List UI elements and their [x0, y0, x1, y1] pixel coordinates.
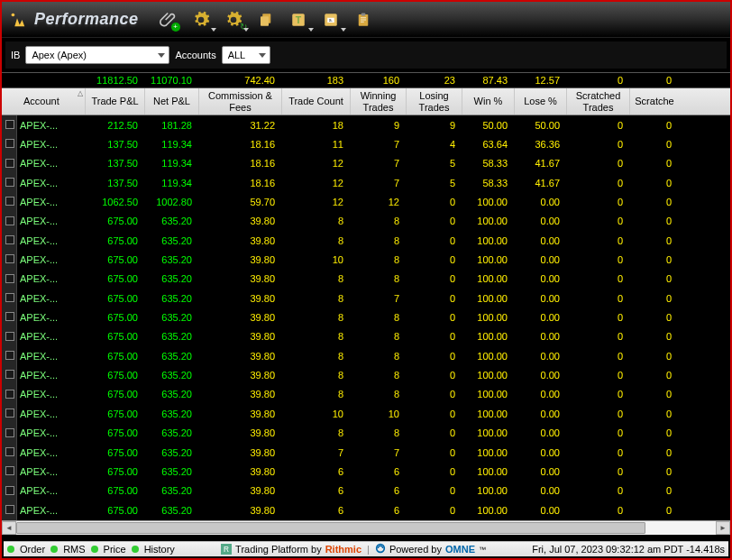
table-row[interactable]: APEX-...675.00635.2039.801080100.000.000…	[2, 250, 730, 269]
scroll-thumb[interactable]	[16, 522, 645, 534]
cell-account: APEX-...	[18, 178, 86, 188]
col-winp[interactable]: Win %	[462, 88, 515, 115]
text-icon[interactable]: T	[288, 10, 308, 30]
table-row[interactable]: APEX-...137.50119.3418.16127558.3341.670…	[2, 154, 730, 173]
row-checkbox[interactable]	[5, 332, 14, 341]
table-row[interactable]: APEX-...675.00635.2039.80660100.000.0000	[2, 500, 730, 519]
row-checkbox[interactable]	[5, 390, 14, 399]
ib-select[interactable]: Apex (Apex)	[25, 46, 169, 64]
rms-status-dot	[50, 546, 58, 553]
table-row[interactable]: APEX-...675.00635.2039.80880100.000.0000	[2, 270, 730, 289]
table-row[interactable]: APEX-...675.00635.2039.8010100100.000.00…	[2, 404, 730, 423]
col-net-pnl[interactable]: Net P&L	[145, 88, 199, 115]
cell-losep: 0.00	[515, 351, 567, 362]
col-win[interactable]: Winning Trades	[351, 88, 407, 115]
row-checkbox[interactable]	[5, 235, 14, 244]
cell-tcount: 8	[282, 331, 351, 342]
row-checkbox[interactable]	[5, 505, 14, 514]
table-row[interactable]: APEX-...675.00635.2039.80660100.000.0000	[2, 462, 730, 481]
cell-lose: 4	[407, 139, 462, 150]
clipboard-icon[interactable]	[353, 10, 373, 30]
table-row[interactable]: APEX-...675.00635.2039.80880100.000.0000	[2, 212, 730, 231]
col-lose[interactable]: Losing Trades	[407, 88, 462, 115]
cell-net-pnl: 635.20	[145, 273, 199, 284]
cell-comm: 39.80	[199, 409, 282, 419]
scroll-left-button[interactable]: ◄	[2, 521, 16, 535]
table-row[interactable]: APEX-...675.00635.2039.80770100.000.0000	[2, 443, 730, 462]
table-row[interactable]: APEX-...675.00635.2039.80880100.000.0000	[2, 231, 730, 250]
col-account[interactable]: Account△	[18, 88, 86, 115]
col-scratched[interactable]: Scratched Trades	[567, 88, 630, 115]
row-checkbox[interactable]	[5, 120, 14, 129]
cell-trade-pnl: 1062.50	[86, 197, 145, 207]
col-comm[interactable]: Commission & Fees	[199, 88, 282, 115]
row-checkbox[interactable]	[5, 139, 14, 148]
summary-row: 11812.50 11070.10 742.40 183 160 23 87.4…	[2, 72, 730, 88]
cell-win: 8	[351, 254, 407, 265]
cell-tcount: 8	[282, 389, 351, 399]
scroll-right-button[interactable]: ►	[716, 521, 730, 535]
accounts-select[interactable]: ALL	[222, 46, 270, 64]
row-checkbox[interactable]	[5, 274, 14, 283]
cell-losep: 50.00	[515, 120, 567, 131]
row-checkbox[interactable]	[5, 370, 14, 379]
scroll-track[interactable]	[16, 521, 716, 535]
row-checkbox[interactable]	[5, 159, 14, 168]
row-checkbox[interactable]	[5, 351, 14, 360]
table-row[interactable]: APEX-...675.00635.2039.80880100.000.0000	[2, 424, 730, 443]
cell-account: APEX-...	[18, 120, 86, 131]
cell-scratchp: 0	[630, 158, 679, 169]
cell-lose: 0	[407, 312, 462, 323]
table-row[interactable]: APEX-...212.50181.2831.22189950.0050.000…	[2, 115, 730, 134]
row-checkbox[interactable]	[5, 254, 14, 263]
horizontal-scrollbar[interactable]: ◄ ►	[2, 520, 730, 535]
table-row[interactable]: APEX-...675.00635.2039.80880100.000.0000	[2, 327, 730, 346]
accounts-select-value: ALL	[228, 50, 246, 60]
label-icon[interactable]: a.	[321, 10, 341, 30]
col-trade-pnl[interactable]: Trade P&L	[86, 88, 145, 115]
col-tcount[interactable]: Trade Count	[282, 88, 351, 115]
copy-icon[interactable]	[256, 10, 276, 30]
status-bar: Order RMS Price History R Trading Platfo…	[4, 541, 728, 556]
row-checkbox[interactable]	[5, 197, 14, 206]
row-checkbox[interactable]	[5, 486, 14, 495]
summary-lose: 23	[407, 73, 462, 87]
cell-tcount: 12	[282, 158, 351, 169]
row-checkbox[interactable]	[5, 216, 14, 225]
table-row[interactable]: APEX-...675.00635.2039.80870100.000.0000	[2, 289, 730, 308]
status-timestamp: Fri, Jul 07, 2023 09:32:12 am PDT -14.41…	[532, 544, 725, 555]
cell-account: APEX-...	[18, 273, 86, 284]
row-checkbox[interactable]	[5, 428, 14, 437]
table-row[interactable]: APEX-...675.00635.2039.80880100.000.0000	[2, 308, 730, 326]
cell-losep: 0.00	[515, 447, 567, 458]
cell-tcount: 8	[282, 351, 351, 362]
attach-icon[interactable]: +	[159, 10, 178, 30]
svg-text:T: T	[295, 14, 301, 24]
row-checkbox[interactable]	[5, 293, 14, 302]
table-row[interactable]: APEX-...137.50119.3418.16117463.6436.360…	[2, 134, 730, 153]
cell-scratchp: 0	[630, 389, 679, 399]
row-checkbox[interactable]	[5, 178, 14, 187]
row-checkbox[interactable]	[5, 409, 14, 418]
table-row[interactable]: APEX-...675.00635.2039.80880100.000.0000	[2, 385, 730, 404]
col-losep[interactable]: Lose %	[515, 88, 567, 115]
table-row[interactable]: APEX-...675.00635.2039.80880100.000.0000	[2, 346, 730, 365]
gear2-icon[interactable]: ↻	[224, 10, 243, 30]
gear1-icon[interactable]	[191, 10, 211, 30]
table-row[interactable]: APEX-...1062.501002.8059.7012120100.000.…	[2, 192, 730, 211]
ib-select-value: Apex (Apex)	[32, 50, 87, 60]
row-checkbox[interactable]	[5, 312, 14, 321]
col-scratchp[interactable]: Scratche	[630, 88, 679, 115]
svg-rect-9	[361, 13, 365, 15]
cell-losep: 0.00	[515, 254, 567, 265]
cell-tcount: 8	[282, 235, 351, 246]
cell-tcount: 6	[282, 485, 351, 496]
table-row[interactable]: APEX-...675.00635.2039.80880100.000.0000	[2, 365, 730, 384]
table-row[interactable]: APEX-...137.50119.3418.16127558.3341.670…	[2, 173, 730, 192]
cell-account: APEX-...	[18, 389, 86, 399]
row-checkbox[interactable]	[5, 447, 14, 456]
cell-account: APEX-...	[18, 158, 86, 169]
cell-winp: 100.00	[462, 389, 515, 399]
table-row[interactable]: APEX-...675.00635.2039.80660100.000.0000	[2, 482, 730, 500]
row-checkbox[interactable]	[5, 466, 14, 475]
